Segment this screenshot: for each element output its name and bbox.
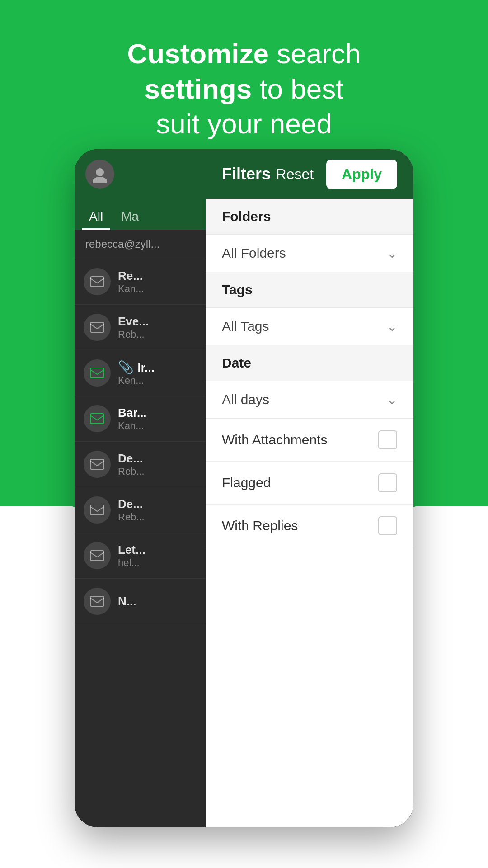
headline: Customize search settings to best suit y… xyxy=(0,36,488,142)
headline-bold-2: settings xyxy=(144,73,252,104)
with-attachments-label: With Attachments xyxy=(222,432,378,448)
svg-rect-9 xyxy=(90,596,104,606)
email-preview: Kan... xyxy=(118,283,199,295)
email-preview: Kan... xyxy=(118,420,199,432)
email-text: Let... hel... xyxy=(118,543,199,569)
email-icon-circle xyxy=(84,268,111,295)
email-preview: Ken... xyxy=(118,375,199,387)
email-sender: De... xyxy=(118,497,199,511)
phone-mockup: All Ma rebecca@zyll... Re... Kan... Eve.… xyxy=(75,149,413,827)
email-sender: Let... xyxy=(118,543,199,557)
email-text: 📎 Ir... Ken... xyxy=(118,360,199,387)
filter-apply-button[interactable]: Apply xyxy=(326,160,397,189)
list-item[interactable]: De... Reb... xyxy=(75,442,208,487)
tab-ma[interactable]: Ma xyxy=(114,205,146,230)
headline-bold-1: Customize xyxy=(127,38,269,69)
sidebar-tabs: All Ma xyxy=(75,199,208,230)
date-dropdown[interactable]: All days ⌄ xyxy=(206,381,413,419)
email-text: De... Reb... xyxy=(118,452,199,477)
email-text: Bar... Kan... xyxy=(118,406,199,432)
flagged-row[interactable]: Flagged xyxy=(206,462,413,505)
email-icon-circle xyxy=(84,496,111,524)
folders-dropdown[interactable]: All Folders ⌄ xyxy=(206,235,413,272)
email-text: Re... Kan... xyxy=(118,269,199,295)
email-text: Eve... Reb... xyxy=(118,315,199,340)
email-preview: hel... xyxy=(118,557,199,569)
chevron-down-icon: ⌄ xyxy=(387,319,397,334)
with-attachments-checkbox[interactable] xyxy=(378,430,397,449)
list-item[interactable]: De... Reb... xyxy=(75,487,208,533)
email-sender: Eve... xyxy=(118,315,199,329)
tags-section-header: Tags xyxy=(206,272,413,308)
svg-rect-7 xyxy=(90,505,104,515)
email-icon-circle xyxy=(84,542,111,569)
svg-rect-4 xyxy=(90,368,104,378)
attachment-icon: 📎 xyxy=(118,360,134,374)
with-replies-label: With Replies xyxy=(222,518,378,533)
email-preview: Reb... xyxy=(118,466,199,477)
filter-header: Filters Reset Apply xyxy=(206,149,413,199)
with-replies-checkbox[interactable] xyxy=(378,516,397,535)
sidebar-header xyxy=(75,149,208,199)
email-preview: Reb... xyxy=(118,329,199,340)
email-icon-circle xyxy=(84,588,111,615)
svg-rect-2 xyxy=(90,277,104,287)
folders-selected-value: All Folders xyxy=(222,245,387,261)
email-icon-circle xyxy=(84,405,111,432)
email-sidebar: All Ma rebecca@zyll... Re... Kan... Eve.… xyxy=(75,149,208,827)
svg-point-0 xyxy=(96,168,104,176)
chevron-down-icon: ⌄ xyxy=(387,246,397,261)
chevron-down-icon: ⌄ xyxy=(387,392,397,407)
avatar xyxy=(85,160,114,189)
email-sender: N... xyxy=(118,594,199,609)
tab-all[interactable]: All xyxy=(82,205,110,230)
headline-normal-1: search xyxy=(269,38,361,69)
flagged-label: Flagged xyxy=(222,475,378,491)
svg-rect-8 xyxy=(90,551,104,561)
email-icon-circle xyxy=(84,314,111,341)
tags-selected-value: All Tags xyxy=(222,319,387,334)
folders-section-header: Folders xyxy=(206,199,413,235)
email-text: N... xyxy=(118,594,199,609)
headline-normal-3: suit your need xyxy=(156,108,332,139)
flagged-checkbox[interactable] xyxy=(378,473,397,492)
list-item[interactable]: Bar... Kan... xyxy=(75,396,208,442)
email-sender: Ir... xyxy=(137,361,155,374)
list-item[interactable]: 📎 Ir... Ken... xyxy=(75,350,208,396)
email-sender: Re... xyxy=(118,269,199,283)
headline-normal-2: to best xyxy=(252,73,343,104)
email-sender: De... xyxy=(118,452,199,466)
email-preview: Reb... xyxy=(118,511,199,523)
svg-rect-5 xyxy=(90,414,104,424)
list-item[interactable]: Re... Kan... xyxy=(75,259,208,305)
filter-reset-button[interactable]: Reset xyxy=(276,166,314,183)
email-text: De... Reb... xyxy=(118,497,199,523)
date-selected-value: All days xyxy=(222,392,387,407)
email-account: rebecca@zyll... xyxy=(75,230,208,259)
list-item[interactable]: Let... hel... xyxy=(75,533,208,579)
email-icon-circle xyxy=(84,451,111,478)
filter-title: Filters xyxy=(222,165,276,184)
date-section-header: Date xyxy=(206,345,413,381)
tags-dropdown[interactable]: All Tags ⌄ xyxy=(206,308,413,345)
svg-rect-6 xyxy=(90,459,104,469)
svg-point-1 xyxy=(93,177,107,183)
email-sender: Bar... xyxy=(118,406,199,420)
filter-panel: Filters Reset Apply Folders All Folders … xyxy=(206,149,413,827)
with-replies-row[interactable]: With Replies xyxy=(206,505,413,547)
list-item[interactable]: N... xyxy=(75,579,208,624)
with-attachments-row[interactable]: With Attachments xyxy=(206,419,413,462)
email-icon-circle xyxy=(84,359,111,387)
list-item[interactable]: Eve... Reb... xyxy=(75,305,208,350)
svg-rect-3 xyxy=(90,322,104,332)
